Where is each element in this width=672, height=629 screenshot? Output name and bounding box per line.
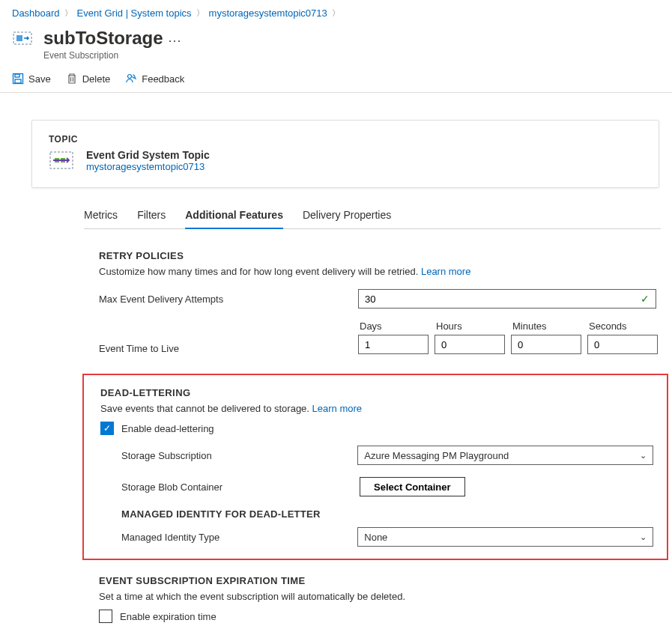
enable-expiration-label: Enable expiration time <box>120 611 217 622</box>
delete-button[interactable]: Delete <box>66 73 111 85</box>
expiration-title: EVENT SUBSCRIPTION EXPIRATION TIME <box>99 575 661 586</box>
tab-delivery-properties[interactable]: Delivery Properties <box>303 204 391 228</box>
topic-card: TOPIC Event Grid System Topic mystorages… <box>31 120 659 188</box>
expiration-desc: Set a time at which the event subscripti… <box>99 591 661 602</box>
breadcrumb-dashboard[interactable]: Dashboard <box>12 7 60 19</box>
seconds-label: Seconds <box>587 320 658 332</box>
chevron-down-icon: ⌄ <box>640 532 647 542</box>
seconds-input[interactable] <box>587 335 658 354</box>
minutes-label: Minutes <box>511 320 587 332</box>
svg-rect-3 <box>15 74 19 77</box>
tabs: Metrics Filters Additional Features Deli… <box>84 204 661 229</box>
breadcrumb: Dashboard 〉 Event Grid | System topics 〉… <box>0 0 672 22</box>
page-header: subToStorage ⋯ Event Subscription <box>0 22 672 67</box>
tab-metrics[interactable]: Metrics <box>84 204 118 228</box>
storage-subscription-label: Storage Subscription <box>121 450 357 461</box>
retry-learn-more-link[interactable]: Learn more <box>421 266 470 277</box>
days-label: Days <box>358 320 435 332</box>
save-icon <box>12 73 24 85</box>
deadletter-learn-more-link[interactable]: Learn more <box>312 403 362 414</box>
max-attempts-input[interactable] <box>359 292 641 306</box>
chevron-right-icon: 〉 <box>64 7 73 19</box>
delete-icon <box>66 73 78 85</box>
topic-card-link[interactable]: mystoragesystemtopic0713 <box>86 161 205 172</box>
dead-lettering-desc: Save events that cannot be delivered to … <box>100 403 653 414</box>
enable-dead-lettering-checkbox[interactable]: ✓ <box>100 422 114 435</box>
check-icon: ✓ <box>641 293 656 305</box>
minutes-input[interactable] <box>511 335 581 354</box>
enable-expiration-checkbox[interactable] <box>99 610 112 623</box>
retry-policies-desc: Customize how many times and for how lon… <box>99 266 661 277</box>
topic-card-title: Event Grid System Topic <box>86 149 210 161</box>
page-title: subToStorage <box>43 28 163 49</box>
delete-label: Delete <box>82 73 111 85</box>
tab-additional-features[interactable]: Additional Features <box>185 204 283 228</box>
page-subtitle: Event Subscription <box>43 50 181 61</box>
dead-lettering-section: DEAD-LETTERING Save events that cannot b… <box>82 374 668 560</box>
svg-rect-1 <box>16 35 22 41</box>
save-label: Save <box>28 73 51 85</box>
storage-blob-container-label: Storage Blob Container <box>121 481 360 493</box>
breadcrumb-topic[interactable]: mystoragesystemtopic0713 <box>209 7 327 19</box>
chevron-right-icon: 〉 <box>196 7 205 19</box>
more-menu-icon[interactable]: ⋯ <box>168 28 181 49</box>
save-button[interactable]: Save <box>12 73 51 85</box>
toolbar: Save Delete Feedback <box>0 67 672 93</box>
feedback-label: Feedback <box>142 73 184 85</box>
feedback-button[interactable]: Feedback <box>125 73 184 85</box>
max-attempts-label: Max Event Delivery Attempts <box>99 294 358 305</box>
managed-identity-type-label: Managed Identity Type <box>121 532 357 543</box>
managed-identity-title: MANAGED IDENTITY FOR DEAD-LETTER <box>121 508 653 520</box>
chevron-down-icon: ⌄ <box>640 451 647 461</box>
svg-point-5 <box>128 75 132 79</box>
svg-rect-4 <box>15 79 21 83</box>
chevron-right-icon: 〉 <box>332 7 340 19</box>
retry-policies-title: RETRY POLICIES <box>99 250 661 261</box>
hours-label: Hours <box>435 320 511 332</box>
days-input[interactable] <box>358 335 429 354</box>
subscription-icon <box>12 28 33 49</box>
storage-subscription-select[interactable]: Azure Messaging PM Playground ⌄ <box>357 446 653 465</box>
select-container-button[interactable]: Select Container <box>360 477 465 496</box>
dead-lettering-title: DEAD-LETTERING <box>100 387 653 398</box>
breadcrumb-event-grid[interactable]: Event Grid | System topics <box>77 7 192 19</box>
ttl-label: Event Time to Live <box>99 343 358 354</box>
max-attempts-input-wrapper: ✓ <box>358 289 656 309</box>
event-grid-topic-icon <box>49 149 74 171</box>
topic-card-label: TOPIC <box>49 134 642 145</box>
managed-identity-type-select[interactable]: None ⌄ <box>357 527 653 547</box>
hours-input[interactable] <box>435 335 505 354</box>
storage-subscription-value: Azure Messaging PM Playground <box>364 450 509 461</box>
managed-identity-type-value: None <box>364 532 387 543</box>
enable-dead-lettering-label: Enable dead-lettering <box>121 423 214 434</box>
feedback-icon <box>125 73 137 85</box>
tab-filters[interactable]: Filters <box>137 204 166 228</box>
